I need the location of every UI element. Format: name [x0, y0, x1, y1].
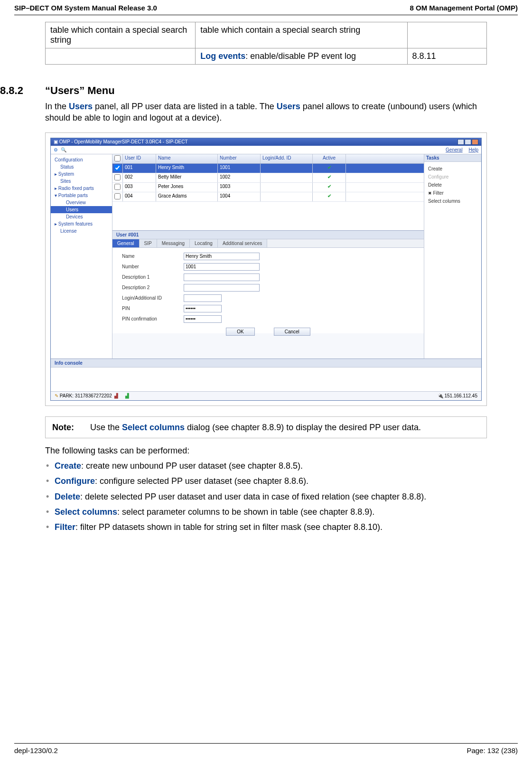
maximize-icon[interactable]	[465, 139, 471, 145]
grid-row[interactable]: 004 Grace Adams 1004 ✔	[112, 192, 424, 202]
note-text: Use the Select columns dialog (see chapt…	[90, 422, 421, 433]
section-title: “Users” Menu	[45, 85, 115, 97]
tab-general[interactable]: General	[112, 239, 140, 247]
ok-button[interactable]: OK	[226, 328, 254, 336]
page-footer: depl-1230/0.2 Page: 132 (238)	[14, 743, 518, 755]
tab-messaging[interactable]: Messaging	[157, 239, 190, 247]
status-bar: PARK: 31178367272202 ▟ ▟ 151.166.112.45	[51, 391, 481, 400]
cell-name: Grace Adams	[156, 192, 218, 201]
sidebar-item-system-features[interactable]: System features	[51, 220, 112, 227]
help-link[interactable]: Help	[468, 147, 478, 152]
intro-text: panel, all PP user data are listed in a …	[93, 102, 277, 111]
grid-header-number[interactable]: Number	[218, 154, 261, 163]
status-icon[interactable]: ▟	[114, 393, 121, 399]
sidebar-head-configuration: Configuration	[51, 156, 112, 163]
grid-header-active[interactable]: Active	[313, 154, 346, 163]
users-link: Users	[277, 102, 300, 111]
footer-right: Page: 132 (238)	[467, 746, 518, 755]
general-link[interactable]: General	[446, 147, 463, 152]
sidebar-item-system[interactable]: System	[51, 170, 112, 178]
search-icon[interactable]: 🔍	[61, 147, 66, 152]
task-desc: : select parameter columns to be shown i…	[117, 507, 374, 517]
task-keyword: Create	[55, 461, 81, 471]
filter-icon	[428, 190, 433, 196]
label-pin: PIN	[122, 306, 184, 311]
check-icon: ✔	[327, 165, 331, 170]
gear-icon[interactable]: ⚙	[54, 147, 58, 152]
input-pin[interactable]	[184, 305, 222, 312]
row-checkbox[interactable]	[114, 184, 121, 190]
cell-num: 1003	[218, 183, 261, 192]
table-cell: table which contain a special search str…	[46, 22, 196, 48]
grid-row[interactable]: 001 Henry Smith 1001 ✔	[112, 164, 424, 173]
sidebar-item-license[interactable]: License	[51, 227, 112, 235]
task-keyword: Filter	[55, 522, 75, 532]
grid-row[interactable]: 003 Peter Jones 1003 ✔	[112, 183, 424, 192]
row-checkbox[interactable]	[114, 193, 121, 199]
select-all-checkbox[interactable]	[114, 155, 121, 161]
label-name: Name	[122, 254, 184, 259]
window-buttons	[457, 139, 478, 145]
table-cell: Log events: enable/disable PP event log	[196, 48, 407, 65]
sidebar-sub-users[interactable]: Users	[51, 206, 112, 213]
label-pin-confirm: PIN confirmation	[122, 316, 184, 321]
row-checkbox[interactable]	[114, 174, 121, 180]
task-desc: : delete selected PP user dataset and us…	[80, 492, 426, 501]
window-title-text: OMP - OpenMobility ManagerSIP-DECT 3.0RC…	[59, 139, 188, 144]
sidebar-item-rfp[interactable]: Radio fixed parts	[51, 185, 112, 192]
footer-left: depl-1230/0.2	[14, 746, 58, 755]
input-desc2[interactable]	[184, 284, 260, 292]
input-number[interactable]	[184, 263, 260, 271]
task-desc: : filter PP datasets shown in table for …	[75, 522, 383, 532]
input-desc1[interactable]	[184, 274, 260, 281]
task-delete[interactable]: Delete	[428, 181, 477, 189]
cell-uid: 003	[123, 183, 156, 192]
cell-login	[261, 164, 313, 173]
input-pin-confirm[interactable]	[184, 315, 222, 323]
task-filter[interactable]: Filter	[428, 189, 477, 197]
check-icon: ✔	[327, 184, 331, 189]
sidebar-item-portable-parts[interactable]: Portable parts	[51, 192, 112, 199]
minimize-icon[interactable]	[457, 139, 464, 145]
close-icon[interactable]	[472, 139, 478, 145]
check-icon: ✔	[327, 174, 331, 179]
tab-sip[interactable]: SIP	[140, 239, 157, 247]
grid-row[interactable]: 002 Betty Miller 1002 ✔	[112, 173, 424, 183]
list-item: Delete: delete selected PP user dataset …	[45, 491, 487, 502]
task-select-columns[interactable]: Select columns	[428, 197, 477, 205]
row-checkbox[interactable]	[114, 165, 121, 171]
tab-additional-services[interactable]: Additional services	[218, 239, 267, 247]
grid-header-userid[interactable]: User ID	[123, 154, 156, 163]
cell-uid: 002	[123, 173, 156, 182]
task-configure: Configure	[428, 173, 477, 181]
cell-num: 1002	[218, 173, 261, 182]
sidebar-sub-overview[interactable]: Overview	[51, 199, 112, 206]
cancel-button[interactable]: Cancel	[274, 328, 310, 336]
input-login[interactable]	[184, 294, 222, 302]
table-cell: table which contain a special search str…	[196, 22, 407, 48]
list-item: Select columns: select parameter columns…	[45, 506, 487, 518]
grid-header-name[interactable]: Name	[156, 154, 218, 163]
label-number: Number	[122, 264, 184, 269]
task-create[interactable]: Create	[428, 165, 477, 173]
detail-title: User #001	[112, 231, 424, 239]
task-keyword: Delete	[55, 492, 80, 501]
grid-header-login[interactable]: Login/Add. ID	[261, 154, 313, 163]
tab-locating[interactable]: Locating	[190, 239, 218, 247]
sidebar-item-sites[interactable]: Sites	[51, 178, 112, 185]
cell-login	[261, 173, 313, 182]
window-titlebar[interactable]: ▣ OMP - OpenMobility ManagerSIP-DECT 3.0…	[51, 138, 481, 146]
detail-panel: User #001 General SIP Messaging Locating…	[112, 230, 424, 358]
task-filter-label: Filter	[433, 190, 444, 196]
sidebar-sub-devices[interactable]: Devices	[51, 213, 112, 220]
cell-login	[261, 183, 313, 192]
input-name[interactable]	[184, 253, 260, 260]
status-icon[interactable]: ▟	[125, 393, 132, 399]
status-ip: 151.166.112.45	[438, 393, 477, 398]
table-cell: 8.8.11	[407, 48, 486, 65]
grid-header-checkbox[interactable]	[112, 154, 123, 163]
select-columns-link: Select columns	[122, 423, 185, 432]
sidebar-item-status[interactable]: Status	[51, 163, 112, 170]
tasks-list: Create: create new unbound PP user datas…	[45, 460, 487, 533]
info-console-header[interactable]: Info console	[51, 358, 481, 368]
